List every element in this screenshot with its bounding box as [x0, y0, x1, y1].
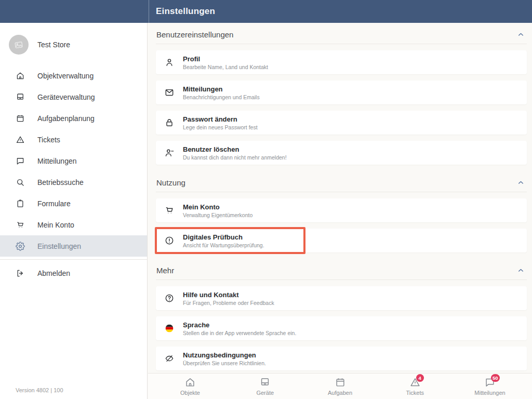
sidebar-item-abmelden[interactable]: Abmelden — [0, 262, 147, 284]
sidebar-item-label: Betriebssuche — [37, 178, 84, 187]
setting-title: Benutzer löschen — [183, 145, 287, 153]
sidebar-item-mein-konto[interactable]: Mein Konto — [0, 214, 147, 235]
bottom-nav-label: Mitteilungen — [474, 390, 505, 396]
sidebar-item-einstellungen[interactable]: Einstellungen — [0, 235, 147, 257]
bottom-nav-label: Geräte — [256, 390, 274, 396]
setting-card-profil[interactable]: Profil Bearbeite Name, Land und Kontakt — [156, 50, 527, 74]
sidebar-item-objektverwaltung[interactable]: Objektverwaltung — [0, 65, 147, 86]
section-title: Mehr — [156, 266, 174, 275]
section-title: Nutzung — [156, 178, 185, 187]
app: Einstellungen Test Store Objektverwaltun… — [0, 0, 532, 399]
question-circle-icon — [156, 293, 183, 303]
setting-subtitle: Verwaltung Eigentümerkonto — [183, 212, 252, 218]
alert-triangle-icon: 4 — [409, 377, 421, 388]
section-mehr: Mehr Hilfe und Kontakt Für Fragen, Probl… — [156, 259, 527, 370]
store-profile[interactable]: Test Store — [9, 35, 147, 55]
setting-card-benutzer-loeschen[interactable]: Benutzer löschen Du kannst dich dann nic… — [156, 141, 527, 165]
section-header[interactable]: Benutzereinstellungen — [156, 23, 527, 44]
sidebar-item-label: Geräteverwaltung — [37, 93, 95, 101]
version-label: Version 4802 | 100 — [16, 387, 63, 393]
logout-icon — [16, 269, 25, 278]
setting-title: Sprache — [183, 321, 296, 329]
bottom-nav-label: Objekte — [180, 390, 200, 396]
sidebar-item-label: Mitteilungen — [37, 157, 77, 165]
alert-triangle-icon — [16, 135, 25, 144]
setting-card-mitteilungen[interactable]: Mitteilungen Benachrichtigungen und Emai… — [156, 81, 527, 104]
bottom-nav-label: Aufgaben — [328, 390, 352, 396]
calendar-icon — [16, 114, 25, 123]
calendar-icon — [335, 377, 346, 388]
setting-subtitle: Stellen die in der App verwendete Sprach… — [183, 330, 296, 336]
section-nutzung: Nutzung Mein Konto Verwaltung Eigentümer… — [156, 171, 527, 252]
bottom-nav: Objekte Geräte Aufgaben 4 Tickets 50 — [148, 373, 532, 399]
setting-title: Nutzungsbedingungen — [183, 351, 266, 359]
home-icon — [184, 377, 196, 388]
setting-subtitle: Überprüfen Sie unsere Richtlinien. — [183, 360, 266, 366]
section-header[interactable]: Nutzung — [156, 171, 527, 192]
clipboard-icon — [16, 199, 25, 208]
sidebar-item-label: Tickets — [37, 136, 60, 144]
setting-card-mein-konto[interactable]: Mein Konto Verwaltung Eigentümerkonto — [156, 198, 527, 222]
setting-subtitle: Für Fragen, Probleme oder Feedback — [183, 300, 274, 306]
store-name: Test Store — [37, 41, 70, 49]
sidebar-item-label: Aufgabenplanung — [37, 114, 95, 123]
setting-title: Mein Konto — [183, 203, 252, 211]
lock-icon — [156, 117, 183, 128]
setting-title: Profil — [183, 55, 268, 63]
section-title: Benutzereinstellungen — [156, 30, 233, 39]
german-flag-icon — [156, 323, 183, 334]
search-icon — [16, 178, 25, 187]
setting-card-digitales-pruefbuch[interactable]: Digitales Prüfbuch Ansicht für Wartungsü… — [156, 229, 527, 252]
sidebar-item-aufgabenplanung[interactable]: Aufgabenplanung — [0, 108, 147, 129]
chat-icon — [16, 156, 25, 166]
settings-panel: Benutzereinstellungen Profil Bearbeite N… — [148, 23, 532, 373]
topbar-divider — [149, 0, 149, 23]
sidebar-item-tickets[interactable]: Tickets — [0, 129, 147, 150]
eye-off-icon — [156, 353, 183, 364]
setting-card-nutzungsbedingungen[interactable]: Nutzungsbedingungen Überprüfen Sie unser… — [156, 347, 527, 370]
chevron-up-icon[interactable] — [517, 267, 525, 274]
bottom-nav-geraete[interactable]: Geräte — [236, 374, 294, 399]
cart-icon — [16, 220, 25, 230]
sidebar-item-label: Formulare — [37, 200, 71, 208]
setting-subtitle: Lege dein neues Passwort fest — [183, 124, 258, 130]
bottom-nav-tickets[interactable]: 4 Tickets — [387, 374, 444, 399]
mitteilungen-badge: 50 — [491, 374, 500, 382]
setting-card-sprache[interactable]: Sprache Stellen die in der App verwendet… — [156, 316, 527, 340]
sidebar-item-geraeteverwaltung[interactable]: Geräteverwaltung — [0, 86, 147, 108]
setting-subtitle: Benachrichtigungen und Emails — [183, 94, 260, 100]
setting-subtitle: Ansicht für Wartungsüberprüfung. — [183, 242, 264, 248]
bottom-nav-objekte[interactable]: Objekte — [162, 374, 219, 399]
photos-icon — [9, 35, 29, 55]
computer-icon — [16, 92, 25, 102]
sidebar-item-formulare[interactable]: Formulare — [0, 193, 147, 214]
bottom-nav-aufgaben[interactable]: Aufgaben — [312, 374, 369, 399]
chevron-up-icon[interactable] — [517, 179, 525, 187]
sidebar-item-mitteilungen[interactable]: Mitteilungen — [0, 150, 147, 171]
setting-subtitle: Bearbeite Name, Land und Kontakt — [183, 64, 268, 70]
person-icon — [156, 57, 183, 68]
chat-icon: 50 — [484, 377, 496, 388]
sidebar: Test Store Objektverwaltung Geräteverwal… — [0, 23, 148, 399]
sidebar-divider — [0, 259, 147, 260]
sidebar-item-betriebssuche[interactable]: Betriebssuche — [0, 171, 147, 193]
computer-icon — [259, 377, 271, 388]
bottom-nav-mitteilungen[interactable]: 50 Mitteilungen — [461, 374, 518, 399]
setting-title: Mitteilungen — [183, 85, 260, 93]
section-benutzereinstellungen: Benutzereinstellungen Profil Bearbeite N… — [156, 23, 527, 165]
setting-title: Passwort ändern — [183, 115, 258, 123]
section-header[interactable]: Mehr — [156, 259, 527, 280]
envelope-icon — [156, 87, 183, 98]
setting-card-passwort-aendern[interactable]: Passwort ändern Lege dein neues Passwort… — [156, 111, 527, 135]
setting-card-hilfe-und-kontakt[interactable]: Hilfe und Kontakt Für Fragen, Probleme o… — [156, 286, 527, 310]
gear-icon — [16, 242, 25, 251]
sidebar-item-label: Abmelden — [37, 269, 70, 277]
exclamation-circle-icon — [156, 235, 183, 246]
setting-title: Digitales Prüfbuch — [183, 233, 264, 241]
sidebar-item-label: Objektverwaltung — [37, 72, 94, 80]
page-title: Einstellungen — [156, 0, 215, 23]
tickets-badge: 4 — [416, 374, 424, 382]
top-bar: Einstellungen — [0, 0, 532, 23]
setting-title: Hilfe und Kontakt — [183, 291, 274, 299]
chevron-up-icon[interactable] — [517, 31, 525, 38]
